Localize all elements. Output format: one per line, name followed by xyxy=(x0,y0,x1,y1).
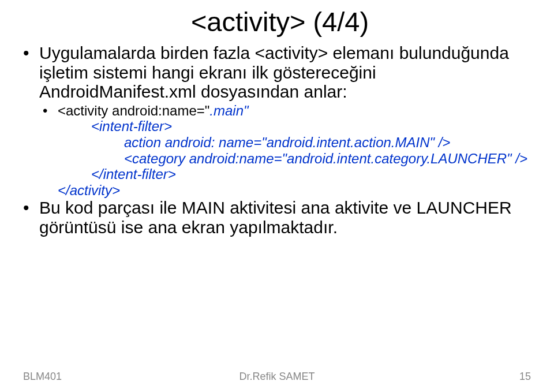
code-action-main: action android: name="android.intent.act… xyxy=(23,135,537,151)
slide-title: <activity> (4/4) xyxy=(23,6,537,38)
bullet-activity-open: <activity android:name=".main" xyxy=(23,103,537,119)
code-intent-filter-close: </intent-filter> xyxy=(23,166,537,182)
code-category-launcher: <category android:name="android.intent.c… xyxy=(23,151,537,167)
code-main-name: .main" xyxy=(209,103,248,118)
bullet-intro: Uygulamalarda birden fazla <activity> el… xyxy=(23,43,537,102)
code-activity-close: </activity> xyxy=(23,182,537,199)
code-activity-open: <activity android:name=" xyxy=(58,103,209,118)
code-intent-filter-open: <intent-filter> xyxy=(23,118,537,135)
footer-right: 15 xyxy=(519,371,531,383)
footer-center: Dr.Refik SAMET xyxy=(239,371,315,383)
slide-body: Uygulamalarda birden fazla <activity> el… xyxy=(23,43,537,237)
code-block: <intent-filter> action android: name="an… xyxy=(23,118,537,198)
slide: <activity> (4/4) Uygulamalarda birden fa… xyxy=(0,0,554,392)
footer: BLM401 Dr.Refik SAMET 15 xyxy=(23,371,531,383)
bullet-conclusion: Bu kod parçası ile MAIN aktivitesi ana a… xyxy=(23,198,537,237)
footer-left: BLM401 xyxy=(23,371,62,383)
